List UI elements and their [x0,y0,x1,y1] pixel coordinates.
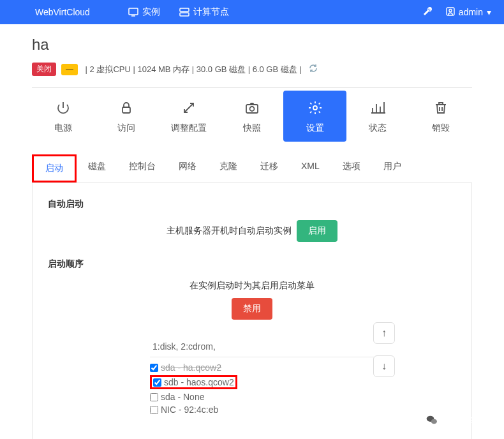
chevron-down-icon: ↓ [382,361,387,372]
svg-point-8 [250,107,255,111]
meta-text: | 2 虚拟CPU | 1024 MB 内存 | 30.0 GB 磁盘 | 6.… [83,64,304,75]
tab-stats[interactable]: 状态 [346,91,410,142]
enable-autostart-button[interactable]: 启用 [297,220,337,242]
power-icon [56,100,71,116]
device-check-sda[interactable] [150,364,158,372]
boot-pane: 自动启动 主机服务器开机时自动启动实例 启用 启动顺序 在实例启动时为其启用启动… [32,183,472,439]
stats-icon [370,100,385,116]
action-tabs: 电源 访问 调整配置 快照 设置 状态 销毁 [32,91,472,142]
camera-icon [244,100,260,116]
subtab-clone[interactable]: 克隆 [208,154,249,182]
autostart-hint: 主机服务器开机时自动启动实例 [167,225,292,235]
trash-icon [433,100,448,116]
status-badge: 关闭 [32,63,56,76]
tab-access[interactable]: 访问 [95,91,158,142]
bootorder-input[interactable] [150,336,386,357]
server-icon [179,8,189,17]
brand[interactable]: WebVirtCloud [13,7,90,17]
watermark: iStoreOS [422,410,490,430]
device-check-sda2[interactable] [150,393,158,401]
subtab-migrate[interactable]: 迁移 [249,154,290,182]
gear-icon [308,100,323,116]
lock-icon [119,100,134,116]
svg-rect-2 [180,8,189,11]
subtab-console[interactable]: 控制台 [117,154,167,182]
subtab-network[interactable]: 网络 [167,154,208,182]
tab-settings[interactable]: 设置 [283,91,346,142]
disable-bootmenu-button[interactable]: 禁用 [232,298,272,320]
tab-snapshot[interactable]: 快照 [221,91,284,142]
tab-destroy[interactable]: 销毁 [409,91,472,142]
svg-rect-0 [129,8,138,15]
nav-computes-label: 计算节点 [193,6,229,18]
expand-icon [181,100,196,116]
nav-computes[interactable]: 计算节点 [179,6,229,18]
move-up-button[interactable]: ↑ [373,322,395,344]
svg-rect-6 [122,107,130,113]
svg-rect-7 [246,105,258,113]
caret-down-icon: ▾ [487,7,491,17]
svg-point-5 [449,9,452,11]
monitor-icon [128,8,138,17]
device-check-sdb[interactable] [153,378,161,387]
subtab-xml[interactable]: XML [290,154,331,182]
instance-meta: 关闭 — | 2 虚拟CPU | 1024 MB 内存 | 30.0 GB 磁盘… [32,63,472,76]
move-down-button[interactable]: ↓ [373,355,395,377]
bootorder-heading: 启动顺序 [48,258,456,270]
subtab-disk[interactable]: 磁盘 [77,154,117,182]
svg-point-9 [313,106,317,110]
nav-instances[interactable]: 实例 [128,6,160,18]
tab-resize[interactable]: 调整配置 [158,91,221,142]
svg-rect-3 [180,13,189,16]
refresh-icon[interactable] [309,64,318,75]
device-row-nic[interactable]: NIC - 92:4c:eb [150,403,386,416]
settings-subtabs: 启动 磁盘 控制台 网络 克隆 迁移 XML 选项 用户 [32,154,472,183]
instance-title: ha [32,36,472,54]
chevron-up-icon: ↑ [382,327,387,339]
device-check-nic[interactable] [150,406,158,414]
top-navbar: WebVirtCloud 实例 计算节点 admin ▾ [0,0,504,24]
device-row-sda2[interactable]: sda - None [150,391,386,403]
suspend-badge: — [61,64,78,75]
user-name: admin [459,7,483,17]
user-icon [446,7,455,18]
autostart-heading: 自动启动 [48,198,456,210]
device-row-sda[interactable]: sda - ha.qcow2 [150,361,386,374]
tab-power[interactable]: 电源 [32,91,95,142]
user-menu[interactable]: admin ▾ [446,7,491,18]
boot-devices: sda - ha.qcow2 sdb - haos.qcow2 sda - No… [150,361,386,416]
wrench-icon[interactable] [423,6,433,19]
nav-instances-label: 实例 [142,6,160,18]
subtab-options[interactable]: 选项 [331,154,372,182]
device-row-sdb[interactable]: sdb - haos.qcow2 [150,374,386,391]
watermark-text: iStoreOS [448,414,490,426]
wechat-icon [422,410,442,430]
subtab-users[interactable]: 用户 [372,154,413,182]
bootmenu-hint: 在实例启动时为其启用启动菜单 [48,280,456,292]
svg-point-11 [431,419,437,424]
subtab-boot[interactable]: 启动 [32,154,77,182]
